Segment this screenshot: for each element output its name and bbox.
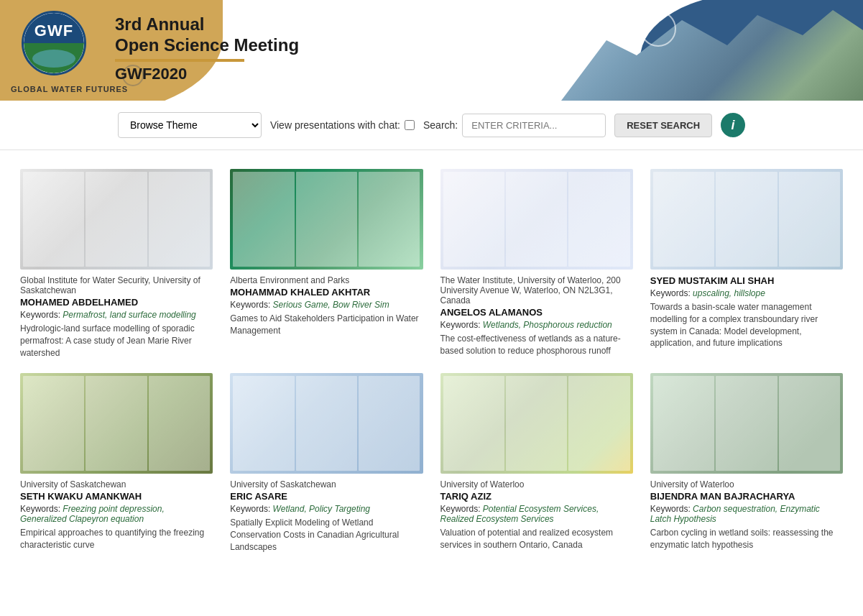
poster-col-1 [233, 172, 294, 267]
card-keywords: Keywords: Wetlands, Phosphorous reductio… [440, 320, 633, 330]
card-org: University of Waterloo [650, 479, 843, 489]
event-title: 3rd Annual Open Science Meeting GWF2020 [115, 14, 299, 83]
card-author: BIJENDRA MAN BAJRACHARYA [650, 491, 843, 502]
card-description: Empirical approaches to quantifying the … [20, 527, 213, 551]
logo-inner [24, 13, 84, 73]
reset-search-button[interactable]: RESET SEARCH [614, 114, 712, 137]
chat-checkbox[interactable] [405, 120, 415, 130]
poster-preview [650, 373, 843, 474]
site-header: GLOBAL WATER FUTURES 3rd Annual Open Sci… [0, 0, 863, 101]
browse-theme-select[interactable]: Browse Theme [118, 112, 262, 138]
card-thumbnail [650, 373, 843, 474]
poster-col-1 [443, 172, 504, 267]
card-keywords: Keywords: Freezing point depression, Gen… [20, 504, 213, 524]
presentation-card[interactable]: University of Saskatchewan ERIC ASARE Ke… [221, 366, 431, 560]
header-circle-decoration [640, 11, 676, 47]
card-author: SETH KWAKU AMANKWAH [20, 491, 213, 502]
card-org: Global Institute for Water Security, Uni… [20, 275, 213, 295]
poster-col-3 [568, 172, 629, 267]
poster-preview [230, 373, 423, 474]
card-thumbnail [440, 169, 633, 270]
presentation-card[interactable]: University of Waterloo BIJENDRA MAN BAJR… [642, 366, 852, 560]
poster-col-3 [359, 376, 420, 471]
poster-preview [20, 373, 213, 474]
card-thumbnail [230, 373, 423, 474]
poster-preview [650, 169, 843, 270]
event-title-line2: Open Science Meeting [115, 35, 299, 56]
card-author: MOHAMED ABDELHAMED [20, 297, 213, 308]
poster-preview [440, 373, 633, 474]
poster-col-2 [716, 172, 777, 267]
poster-col-2 [296, 376, 357, 471]
poster-col-3 [568, 376, 629, 471]
poster-col-1 [233, 376, 294, 471]
card-thumbnail [20, 373, 213, 474]
presentation-card[interactable]: Global Institute for Water Security, Uni… [11, 162, 221, 366]
card-thumbnail [650, 169, 843, 270]
card-keywords-values: Wetlands, Phosphorous reduction [483, 320, 612, 330]
chat-label: View presentations with chat: [270, 119, 400, 131]
poster-col-2 [506, 172, 567, 267]
event-title-line1: 3rd Annual [115, 14, 299, 35]
poster-col-1 [443, 376, 504, 471]
search-section: Search: [423, 114, 606, 137]
presentation-grid: Global Institute for Water Security, Uni… [0, 150, 863, 572]
card-keywords-values: upscaling, hillslope [693, 288, 765, 298]
poster-col-3 [359, 172, 420, 267]
toolbar: Browse Theme View presentations with cha… [0, 101, 863, 150]
card-keywords: Keywords: Wetland, Policy Targeting [230, 504, 423, 514]
poster-col-2 [506, 376, 567, 471]
poster-col-3 [149, 172, 210, 267]
card-keywords: Keywords: Serious Game, Bow River Sim [230, 300, 423, 310]
presentation-card[interactable]: University of Saskatchewan SETH KWAKU AM… [11, 366, 221, 560]
card-org: University of Saskatchewan [230, 479, 423, 489]
poster-preview [20, 169, 213, 270]
search-input[interactable] [462, 114, 606, 137]
poster-preview [440, 169, 633, 270]
card-org: The Water Institute, University of Water… [440, 275, 633, 305]
site-logo[interactable] [22, 11, 86, 75]
card-description: Carbon cycling in wetland soils: reasses… [650, 527, 843, 551]
poster-col-2 [86, 376, 147, 471]
poster-col-2 [716, 376, 777, 471]
poster-col-1 [653, 172, 714, 267]
poster-col-1 [23, 376, 84, 471]
presentation-card[interactable]: The Water Institute, University of Water… [432, 162, 642, 366]
poster-col-3 [149, 376, 210, 471]
title-divider [115, 59, 244, 62]
poster-col-1 [23, 172, 84, 267]
presentation-card[interactable]: Alberta Environment and Parks MOHAMMAD K… [221, 162, 431, 366]
card-author: SYED MUSTAKIM ALI SHAH [650, 275, 843, 286]
card-description: Towards a basin-scale water management m… [650, 301, 843, 349]
poster-preview [230, 169, 423, 270]
poster-col-3 [779, 172, 840, 267]
card-keywords: Keywords: upscaling, hillslope [650, 288, 843, 298]
card-keywords-values: Wetland, Policy Targeting [273, 504, 370, 514]
card-description: Hydrologic-land surface modelling of spo… [20, 323, 213, 359]
search-label: Search: [423, 119, 458, 131]
chat-filter: View presentations with chat: [270, 119, 415, 131]
card-org: Alberta Environment and Parks [230, 275, 423, 285]
card-keywords-values: Serious Game, Bow River Sim [273, 300, 389, 310]
card-description: Games to Aid Stakeholders Participation … [230, 313, 423, 337]
card-keywords-values: Permafrost, land surface modelling [63, 310, 195, 320]
card-thumbnail [440, 373, 633, 474]
poster-col-2 [296, 172, 357, 267]
poster-col-1 [653, 376, 714, 471]
card-keywords: Keywords: Potential Ecosystem Services, … [440, 504, 633, 524]
card-author: ANGELOS ALAMANOS [440, 307, 633, 318]
card-author: ERIC ASARE [230, 491, 423, 502]
card-keywords-values: Freezing point depression, Generalized C… [20, 504, 165, 524]
card-thumbnail [20, 169, 213, 270]
presentation-card[interactable]: SYED MUSTAKIM ALI SHAH Keywords: upscali… [642, 162, 852, 366]
org-name: GLOBAL WATER FUTURES [11, 85, 128, 93]
card-keywords: Keywords: Permafrost, land surface model… [20, 310, 213, 320]
card-thumbnail [230, 169, 423, 270]
card-org: University of Waterloo [440, 479, 633, 489]
poster-col-3 [779, 376, 840, 471]
card-author: TARIQ AZIZ [440, 491, 633, 502]
info-button[interactable]: i [721, 113, 745, 137]
card-description: Valuation of potential and realized ecos… [440, 527, 633, 551]
card-keywords-values: Carbon sequestration, Enzymatic Latch Hy… [650, 504, 820, 524]
presentation-card[interactable]: University of Waterloo TARIQ AZIZ Keywor… [432, 366, 642, 560]
